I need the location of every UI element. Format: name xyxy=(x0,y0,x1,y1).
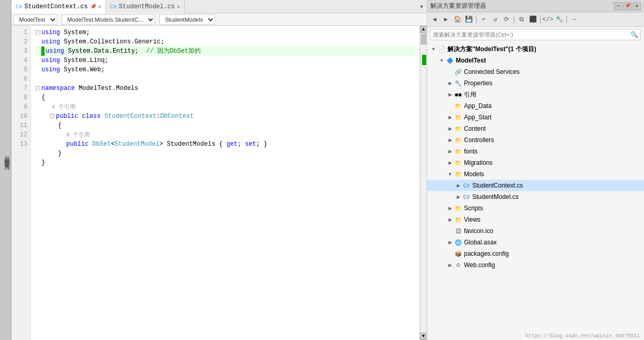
tree-favicon[interactable]: 🖼 favicon.ico xyxy=(427,225,644,237)
models-arrow: ▼ xyxy=(446,170,454,178)
code-line-11: public DbSet<StudentModel> StudentModels… xyxy=(35,140,415,149)
tree-solution[interactable]: ▼ 📄 解决方案"ModelTest"(1 个项目) xyxy=(427,43,644,55)
global-asax-arrow: ▶ xyxy=(446,238,454,246)
code-btn[interactable]: </> xyxy=(543,14,553,25)
change-indicator xyxy=(422,55,426,65)
views-icon: 📁 xyxy=(454,215,462,224)
student-context-label: StudentContext.cs xyxy=(472,182,523,189)
editor-area: C# StudentContext.cs 📌 ✕ C# StudentModel… xyxy=(11,0,427,340)
scroll-track[interactable] xyxy=(421,34,426,332)
tree-fonts[interactable]: ▶ 📁 fonts xyxy=(427,146,644,157)
packages-config-label: packages.config xyxy=(464,250,509,257)
sync-btn[interactable]: ↶ xyxy=(478,14,489,25)
dropdown-bar: ModelTest ModelTest.Models.StudentC... S… xyxy=(11,13,427,26)
code-line-6 xyxy=(35,74,415,84)
tree-migrations[interactable]: ▶ 📁 Migrations xyxy=(427,157,644,168)
save-btn[interactable]: 💾 xyxy=(463,14,474,25)
student-model-icon: C# xyxy=(462,193,471,201)
refresh2-btn[interactable]: ⟳ xyxy=(501,14,512,25)
tab-student-context[interactable]: C# StudentContext.cs 📌 ✕ xyxy=(11,0,106,13)
tree-connected-services[interactable]: 🔗 Connected Services xyxy=(427,66,644,78)
cs-icon-1: C# xyxy=(16,4,22,10)
se-minus-btn[interactable]: − xyxy=(614,2,622,10)
tree-global-asax[interactable]: ▶ 🌐 Global.asax xyxy=(427,237,644,248)
tab-label-2: StudentModel.cs xyxy=(119,3,175,10)
tab-label-1: StudentContext.cs xyxy=(24,3,87,10)
properties-arrow: ▶ xyxy=(446,79,454,87)
tree-scripts[interactable]: ▶ 📁 Scripts xyxy=(427,203,644,214)
line-numbers: 1 2 3 4 5 6 7 8 9 10 11 12 13 xyxy=(11,26,31,340)
tree-project[interactable]: ▼ 🔷 ModelTest xyxy=(427,55,644,66)
tree-student-model[interactable]: ▶ C# StudentModel.cs xyxy=(427,191,644,203)
controllers-icon: 📁 xyxy=(454,136,462,144)
settings-btn[interactable]: 🔧 xyxy=(554,14,564,25)
code-line-9: □public class StudentContext:DbContext xyxy=(35,112,415,121)
back-btn[interactable]: ◀ xyxy=(429,14,440,25)
code-line-5: using System.Web; xyxy=(35,65,415,74)
se-pin-btn[interactable]: 📌 xyxy=(623,2,632,10)
ref-count-2: 8 个引用 xyxy=(35,130,415,140)
left-toolbar: 解决方案资源管理器 xyxy=(0,0,11,340)
views-arrow: ▶ xyxy=(446,215,454,224)
pin2-btn[interactable]: − xyxy=(569,14,579,25)
scroll-thumb[interactable] xyxy=(421,34,426,44)
tree-properties[interactable]: ▶ 🔧 Properties xyxy=(427,78,644,89)
paste-btn[interactable]: ⬛ xyxy=(528,14,538,25)
migrations-icon: 📁 xyxy=(454,159,462,167)
tree-content[interactable]: ▶ 📁 Content xyxy=(427,123,644,134)
code-line-7: □namespace ModelTest.Models xyxy=(35,84,415,93)
fonts-icon: 📁 xyxy=(454,147,462,156)
right-scrollbar[interactable]: ▲ ▼ xyxy=(420,26,427,340)
tab-student-model[interactable]: C# StudentModel.cs ✕ xyxy=(106,0,185,13)
web-config-arrow: ▶ xyxy=(446,261,454,269)
tab-overflow-btn[interactable]: ▾ xyxy=(416,1,427,13)
student-model-label: StudentModel.cs xyxy=(472,193,518,200)
forward-btn[interactable]: ▶ xyxy=(441,14,451,25)
tree-app-start[interactable]: ▶ 📁 App_Start xyxy=(427,112,644,123)
content-icon: 📁 xyxy=(454,125,462,133)
tree-student-context[interactable]: ▶ C# StudentContext.cs xyxy=(427,180,644,191)
collapse-7[interactable]: □ xyxy=(35,86,40,91)
se-toolbar: ◀ ▶ 🏠 💾 ↶ ↺ ⟳ ⧉ ⬛ </> 🔧 − xyxy=(427,12,644,27)
watermark-bar: https://blog.csdn.net/waixin_44575911 xyxy=(427,330,644,340)
se-search-input[interactable] xyxy=(433,32,631,38)
method-dropdown[interactable]: StudentModels xyxy=(159,14,215,25)
ref-count-1: 4 个引用 xyxy=(35,102,415,112)
tab-bar: C# StudentContext.cs 📌 ✕ C# StudentModel… xyxy=(11,0,427,13)
tree-models[interactable]: ▼ 📁 Models xyxy=(427,168,644,180)
tree-views[interactable]: ▶ 📁 Views xyxy=(427,214,644,225)
web-config-icon: ⚙ xyxy=(454,261,462,269)
collapse-9[interactable]: □ xyxy=(50,114,55,119)
project-dropdown[interactable]: ModelTest xyxy=(13,14,57,25)
copy-btn[interactable]: ⧉ xyxy=(516,14,527,25)
class-dropdown[interactable]: ModelTest.Models.StudentC... xyxy=(62,14,155,25)
pin-icon: 📌 xyxy=(90,4,96,10)
scroll-up[interactable]: ▲ xyxy=(420,26,427,33)
content-label: Content xyxy=(464,125,486,132)
student-context-icon: C# xyxy=(462,181,471,190)
properties-label: Properties xyxy=(464,80,492,87)
tree-app-data[interactable]: 📁 App_Data xyxy=(427,100,644,112)
se-close-btn[interactable]: ✕ xyxy=(633,2,641,10)
code-editor[interactable]: □using System; using System.Collections.… xyxy=(31,26,420,340)
home-btn[interactable]: 🏠 xyxy=(452,14,462,25)
watermark: https://blog.csdn.net/waixin_44575911 xyxy=(525,333,640,339)
tree-controllers[interactable]: ▶ 📁 Controllers xyxy=(427,134,644,146)
code-container: 1 2 3 4 5 6 7 8 9 10 11 12 13 □using Sys… xyxy=(11,26,427,340)
code-line-3: using System.Data.Entity; // 因为DbSet加的 xyxy=(35,47,415,56)
se-title: 解决方案资源管理器 xyxy=(430,2,486,10)
tab-close-1[interactable]: ✕ xyxy=(98,4,101,10)
migrations-label: Migrations xyxy=(464,159,492,166)
tree-references[interactable]: ▶ ■■ 引用 xyxy=(427,89,644,100)
refresh-btn[interactable]: ↺ xyxy=(490,14,500,25)
controllers-arrow: ▶ xyxy=(446,136,454,144)
se-controls: − 📌 ✕ xyxy=(614,2,641,10)
solution-label: 解决方案"ModelTest"(1 个项目) xyxy=(447,45,536,54)
student-model-arrow: ▶ xyxy=(454,193,462,201)
scroll-down[interactable]: ▼ xyxy=(420,333,427,340)
connected-services-arrow xyxy=(446,68,454,76)
tab-close-2[interactable]: ✕ xyxy=(177,4,180,10)
tree-packages-config[interactable]: 📦 packages.config xyxy=(427,248,644,259)
collapse-1[interactable]: □ xyxy=(35,30,40,35)
tree-web-config[interactable]: ▶ ⚙ Web.config xyxy=(427,259,644,271)
